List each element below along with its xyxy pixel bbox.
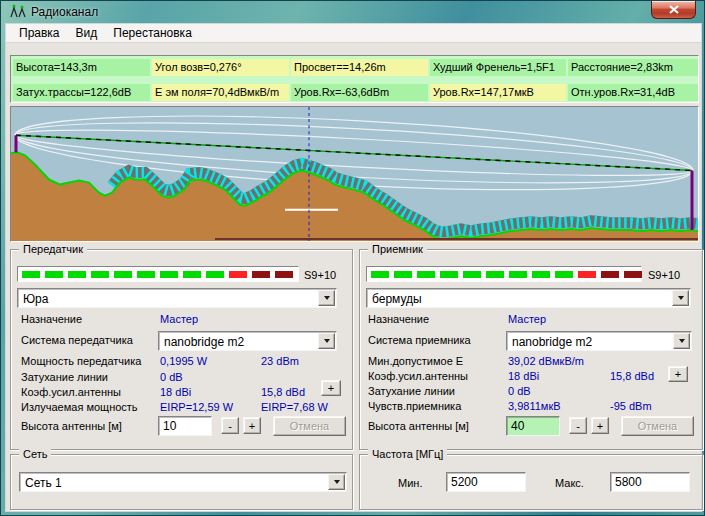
- signal-segment: [114, 271, 132, 278]
- signal-segment: [555, 271, 573, 278]
- frequency-max-label: Макс.: [555, 477, 584, 489]
- tx-antenna-height-label: Высота антенны [м]: [21, 420, 122, 432]
- window-title: Радиоканал: [31, 5, 98, 19]
- network-value: Сеть 1: [25, 476, 62, 490]
- signal-segment: [252, 271, 270, 278]
- tx-role-label: Назначение: [21, 313, 82, 325]
- rx-antenna-height-label: Высота антенны [м]: [368, 420, 469, 432]
- path-profile-chart[interactable]: [10, 106, 699, 242]
- signal-segment: [275, 271, 293, 278]
- signal-segment: [394, 271, 412, 278]
- frequency-min-input[interactable]: [446, 472, 526, 492]
- tx-gain-dbd: 15,8 dBd: [261, 386, 305, 398]
- tx-system-label: Система передатчика: [21, 334, 133, 346]
- tx-gain-label: Коэф.усил.антенны: [21, 386, 121, 398]
- menubar: Правка Вид Перестановка: [6, 24, 701, 43]
- rx-system-dropdown-button[interactable]: [673, 333, 690, 349]
- rx-min-e-value: 39,02 dBмкВ/m: [508, 355, 584, 367]
- menu-item-swap[interactable]: Перестановка: [105, 25, 200, 41]
- chevron-down-icon: [334, 480, 340, 484]
- network-group: Сеть Сеть 1: [10, 454, 353, 510]
- tx-height-plus-button[interactable]: +: [243, 417, 261, 434]
- signal-segment: [68, 271, 86, 278]
- rx-system-combobox[interactable]: nanobridge m2: [506, 331, 692, 351]
- info-rx-uv: Уров.Rx=147,17мкВ: [430, 84, 566, 101]
- signal-segment: [601, 271, 619, 278]
- tx-gain-plus-button[interactable]: +: [321, 380, 341, 396]
- receiver-group-title: Приемник: [368, 243, 427, 255]
- rx-role-label: Назначение: [368, 313, 429, 325]
- tx-eirp-w: EIRP=12,59 W: [160, 401, 233, 413]
- signal-segment: [509, 271, 527, 278]
- tx-system-dropdown-button[interactable]: [318, 333, 335, 349]
- info-height: Высота=143,3m: [13, 59, 150, 76]
- frequency-group-title: Частота [МГц]: [368, 448, 447, 460]
- link-summary-panel: Высота=143,3m Угол возв=0,276° Просвет==…: [10, 55, 699, 103]
- tx-system-value: nanobridge m2: [164, 335, 244, 349]
- tx-signal-meter: [17, 266, 299, 282]
- tx-station-combobox[interactable]: Юра: [17, 288, 337, 308]
- close-button[interactable]: [651, 1, 696, 19]
- frequency-max-input[interactable]: [610, 472, 690, 492]
- tx-station-dropdown-button[interactable]: [318, 290, 335, 306]
- signal-segment: [624, 271, 642, 278]
- rx-cancel-button[interactable]: Отмена: [621, 416, 694, 436]
- info-clearance: Просвет==14,26m: [291, 59, 428, 76]
- rx-station-combobox[interactable]: бермуды: [366, 288, 691, 308]
- signal-segment: [440, 271, 458, 278]
- rx-station-dropdown-button[interactable]: [672, 290, 689, 306]
- rx-sensitivity-dbm: -95 dBm: [610, 400, 652, 412]
- info-field: Е эм поля=70,4dBмкВ/m: [152, 84, 289, 101]
- rx-line-loss-value: 0 dB: [508, 385, 531, 397]
- close-icon: [669, 5, 679, 14]
- signal-segment: [229, 271, 247, 278]
- info-rel-rx: Отн.уров.Rx=31,4dB: [568, 84, 698, 101]
- tx-height-minus-button[interactable]: -: [221, 417, 239, 434]
- rx-height-minus-button[interactable]: -: [569, 417, 587, 434]
- tx-role-value: Мастер: [160, 313, 198, 325]
- network-combobox[interactable]: Сеть 1: [19, 472, 347, 492]
- tx-eirp-label: Излучаемая мощность: [21, 401, 138, 413]
- info-worst-fresnel: Худший Френель=1,5F1: [430, 59, 566, 76]
- rx-system-label: Система приемника: [368, 334, 471, 346]
- tx-line-loss-label: Затухание линии: [21, 371, 108, 383]
- tx-smeter-label: S9+10: [304, 269, 336, 281]
- tx-antenna-height-input[interactable]: [158, 416, 212, 436]
- tx-station-value: Юра: [23, 292, 48, 306]
- rx-line-loss-label: Затухание линии: [368, 385, 455, 397]
- rx-gain-label: Коэф.усил.антенны: [368, 370, 468, 382]
- rx-min-e-label: Мин.допустимое Е: [368, 355, 463, 367]
- tx-cancel-button[interactable]: Отмена: [273, 416, 346, 436]
- rx-gain-plus-button[interactable]: +: [668, 366, 688, 382]
- tx-system-combobox[interactable]: nanobridge m2: [158, 331, 337, 351]
- tx-power-dbm: 23 dBm: [261, 355, 299, 367]
- rx-height-plus-button[interactable]: +: [591, 417, 609, 434]
- transmitter-group: Передатчик S9+10 Юра Назначение Мастер С…: [10, 249, 353, 450]
- rx-sensitivity-label: Чувств.приемника: [368, 400, 461, 412]
- profile-svg: [11, 107, 698, 241]
- info-path-loss: Затух.трассы=122,6dB: [13, 84, 150, 101]
- signal-segment: [206, 271, 224, 278]
- chevron-down-icon: [678, 296, 684, 300]
- rx-smeter-label: S9+10: [648, 269, 680, 281]
- app-icon: [10, 4, 26, 20]
- tx-power-label: Мощность передатчика: [21, 355, 141, 367]
- rx-gain-dbi: 18 dBi: [508, 370, 539, 382]
- chevron-down-icon: [324, 296, 330, 300]
- signal-segment: [417, 271, 435, 278]
- rx-antenna-height-input[interactable]: [506, 416, 560, 436]
- tx-power-watts: 0,1995 W: [160, 355, 207, 367]
- menu-item-edit[interactable]: Правка: [11, 25, 68, 41]
- titlebar[interactable]: Радиоканал: [1, 1, 704, 23]
- menu-item-view[interactable]: Вид: [68, 25, 106, 41]
- info-distance: Расстояние=2,83km: [568, 59, 698, 76]
- rx-system-value: nanobridge m2: [512, 335, 592, 349]
- app-window: Радиоканал Правка Вид Перестановка Высот…: [0, 0, 705, 516]
- chevron-down-icon: [324, 339, 330, 343]
- network-group-title: Сеть: [19, 448, 51, 460]
- signal-segment: [578, 271, 596, 278]
- signal-segment: [91, 271, 109, 278]
- signal-segment: [183, 271, 201, 278]
- network-dropdown-button[interactable]: [328, 474, 345, 490]
- signal-segment: [45, 271, 63, 278]
